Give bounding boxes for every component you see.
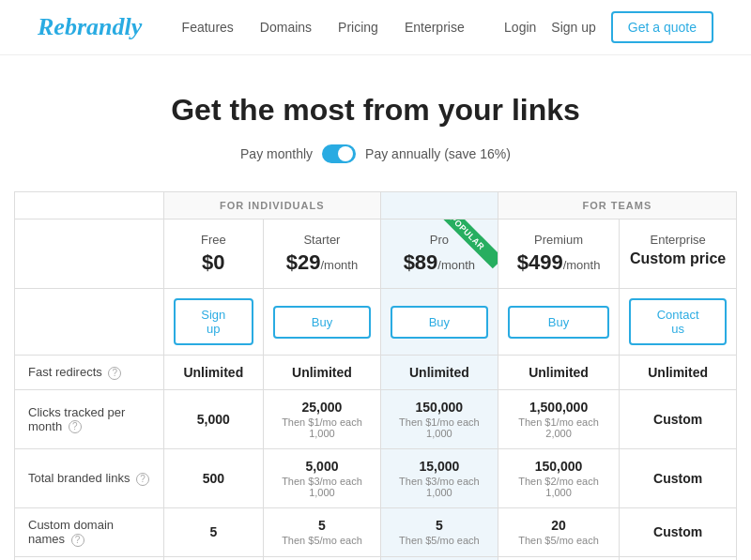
custom-reports-premium: 31Then $5/mo each (498, 556, 619, 560)
branded-links-premium: 150,000Then $2/mo each 1,000 (498, 449, 619, 508)
clicks-tracked-starter: 25,000Then $1/mo each 1,000 (264, 390, 381, 449)
billing-toggle[interactable]: Pay monthly Pay annually (save 16%) (19, 144, 732, 163)
billing-toggle-switch[interactable] (322, 144, 356, 163)
plan-free-name: Free (174, 233, 253, 247)
custom-domains-free: 5 (163, 508, 263, 557)
fast-redirects-starter: Unlimited (264, 356, 381, 390)
plan-starter-header: Starter $29/month (264, 219, 381, 289)
plan-starter-buy-button[interactable]: Buy (273, 306, 371, 339)
branded-links-pro: 15,000Then $3/mo each 1,000 (380, 449, 498, 508)
fast-redirects-enterprise: Unlimited (620, 356, 737, 390)
plan-free-signup-button[interactable]: Sign up (174, 298, 253, 345)
get-quote-button[interactable]: Get a quote (611, 11, 713, 43)
clicks-tracked-enterprise: Custom (620, 390, 737, 449)
fast-redirects-free: Unlimited (163, 356, 263, 390)
plan-premium-name: Premium (508, 233, 609, 247)
plan-pro-cta-cell: Buy (380, 289, 498, 356)
info-icon-custom-domains[interactable]: ? (71, 534, 84, 547)
plan-premium-header: Premium $499/month (498, 219, 619, 289)
plan-pro-price: $89/month (391, 250, 488, 275)
plan-enterprise-contact-button[interactable]: Contact us (629, 298, 727, 345)
info-icon-branded-links[interactable]: ? (136, 473, 149, 486)
plan-free-price: $0 (174, 250, 253, 275)
pricing-table: FOR INDIVIDUALS FOR TEAMS Free $0 Starte… (14, 191, 737, 560)
custom-reports-starter: — (264, 556, 381, 560)
branded-links-free: 500 (163, 449, 263, 508)
custom-reports-pro: — (380, 556, 498, 560)
feature-row-branded-links: Total branded links ? 500 5,000Then $3/m… (15, 449, 737, 508)
plan-pro-header: POPULAR Pro $89/month (380, 219, 498, 289)
info-icon-fast-redirects[interactable]: ? (108, 367, 121, 380)
plan-starter-cta-cell: Buy (264, 289, 381, 356)
feature-row-clicks-tracked: Clicks tracked per month ? 5,000 25,000T… (15, 390, 737, 449)
nav-domains[interactable]: Domains (260, 20, 312, 35)
plan-enterprise-price: Custom price (629, 250, 727, 267)
page-title: Get the most from your links (19, 93, 732, 128)
header-actions: Login Sign up Get a quote (504, 11, 713, 43)
section-individuals: FOR INDIVIDUALS (163, 192, 380, 219)
branded-links-starter: 5,000Then $3/mo each 1,000 (264, 449, 381, 508)
plan-pro-buy-button[interactable]: Buy (391, 306, 488, 339)
plan-premium-buy-button[interactable]: Buy (508, 306, 609, 339)
plan-starter-price: $29/month (273, 250, 371, 275)
plan-enterprise-header: Enterprise Custom price (620, 219, 737, 289)
plan-enterprise-cta-cell: Contact us (620, 289, 737, 356)
plan-starter-name: Starter (273, 233, 371, 247)
custom-reports-enterprise: Custom (620, 556, 737, 560)
hero-section: Get the most from your links Pay monthly… (0, 55, 751, 191)
feature-row-custom-reports: Custom reports per month ? — — — 31Then … (15, 556, 737, 560)
clicks-tracked-pro: 150,000Then $1/mo each 1,000 (380, 390, 498, 449)
nav-features[interactable]: Features (182, 20, 234, 35)
pricing-container: FOR INDIVIDUALS FOR TEAMS Free $0 Starte… (5, 191, 746, 560)
billing-monthly-label: Pay monthly (240, 146, 313, 161)
billing-annually-label: Pay annually (save 16%) (365, 146, 511, 161)
clicks-tracked-premium: 1,500,000Then $1/mo each 2,000 (498, 390, 619, 449)
plan-free-header: Free $0 (163, 219, 263, 289)
feature-row-custom-domains: Custom domain names ? 5 5Then $5/mo each… (15, 508, 737, 557)
nav-enterprise[interactable]: Enterprise (405, 20, 465, 35)
nav-pricing[interactable]: Pricing (338, 20, 378, 35)
signup-link[interactable]: Sign up (551, 20, 595, 35)
plan-premium-price: $499/month (508, 250, 609, 275)
plan-free-cta-cell: Sign up (163, 289, 263, 356)
clicks-tracked-free: 5,000 (163, 390, 263, 449)
plan-premium-cta-cell: Buy (498, 289, 619, 356)
logo[interactable]: Rebrandly (38, 13, 142, 41)
custom-domains-premium: 20Then $5/mo each (498, 508, 619, 557)
branded-links-enterprise: Custom (620, 449, 737, 508)
fast-redirects-pro: Unlimited (380, 356, 498, 390)
custom-domains-enterprise: Custom (620, 508, 737, 557)
login-link[interactable]: Login (504, 20, 536, 35)
section-teams: FOR TEAMS (498, 192, 736, 219)
custom-domains-starter: 5Then $5/mo each (264, 508, 381, 557)
section-pro-empty (380, 192, 498, 219)
feature-row-fast-redirects: Fast redirects ? Unlimited Unlimited Unl… (15, 356, 737, 390)
info-icon-clicks-tracked[interactable]: ? (69, 420, 82, 433)
custom-domains-pro: 5Then $5/mo each (380, 508, 498, 557)
fast-redirects-premium: Unlimited (498, 356, 619, 390)
custom-reports-free: — (163, 556, 263, 560)
plan-enterprise-name: Enterprise (629, 233, 727, 247)
main-nav: Features Domains Pricing Enterprise (182, 20, 465, 35)
